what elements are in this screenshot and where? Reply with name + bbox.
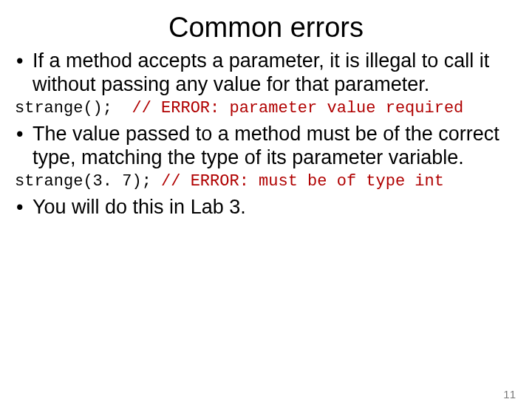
code-error-1: // ERROR: parameter value required (132, 99, 463, 117)
code-line-2: strange(3. 7); // ERROR: must be of type… (13, 171, 523, 192)
code-call-1: strange(); (15, 99, 132, 117)
bullet-3: You will do this in Lab 3. (13, 196, 523, 219)
bullet-list: If a method accepts a parameter, it is i… (13, 50, 523, 97)
code-error-2: // ERROR: must be of type int (161, 172, 444, 191)
bullet-1: If a method accepts a parameter, it is i… (13, 50, 523, 97)
bullet-2: The value passed to a method must be of … (13, 123, 523, 170)
code-call-2: strange(3. 7); (15, 172, 161, 191)
bullet-list: The value passed to a method must be of … (13, 123, 523, 170)
slide-title: Common errors (0, 12, 532, 44)
page-number: 11 (503, 388, 516, 399)
slide-content: If a method accepts a parameter, it is i… (0, 50, 532, 219)
code-line-1: strange(); // ERROR: parameter value req… (13, 98, 523, 119)
bullet-list: You will do this in Lab 3. (13, 196, 523, 219)
slide: Common errors If a method accepts a para… (0, 12, 532, 399)
